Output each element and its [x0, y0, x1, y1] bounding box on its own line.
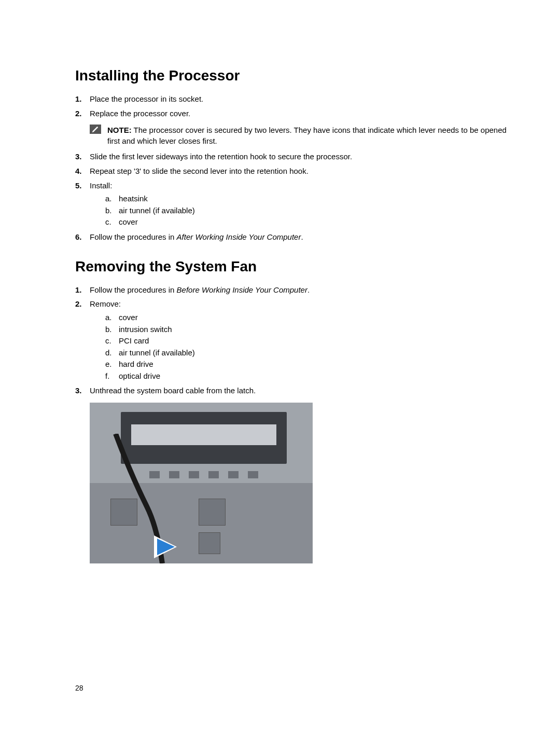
step-text: Slide the first lever sideways into the … [90, 151, 511, 162]
sub-item: d.air tunnel (if available) [105, 347, 511, 359]
sub-text: optical drive [119, 370, 160, 382]
step-content: Install: a.heatsink b.air tunnel (if ava… [90, 180, 511, 228]
page-number: 28 [75, 684, 83, 692]
step-text: Install: [90, 181, 112, 190]
step-number: 1. [75, 284, 90, 296]
note-text: NOTE: The processor cover is secured by … [107, 125, 511, 147]
sub-item: c.PCI card [105, 335, 511, 347]
step-item: 2. Replace the processor cover. NOTE: Th… [75, 108, 511, 148]
note-icon [90, 125, 101, 134]
figure-system-board-cable [90, 403, 313, 563]
remove-subitems: a.cover b.intrusion switch c.PCI card d.… [105, 312, 511, 382]
sub-item: b.air tunnel (if available) [105, 205, 511, 217]
step-number: 4. [75, 166, 90, 177]
install-subitems: a.heatsink b.air tunnel (if available) c… [105, 193, 511, 228]
step-number: 3. [75, 151, 90, 162]
sub-item: a.heatsink [105, 193, 511, 205]
note-body: The processor cover is secured by two le… [107, 126, 507, 146]
document-page: Installing the Processor 1. Place the pr… [0, 0, 560, 563]
sub-text: air tunnel (if available) [119, 205, 195, 217]
step-prefix: Follow the procedures in [90, 285, 177, 294]
sub-text: hard drive [119, 359, 153, 370]
step-text: Follow the procedures in Before Working … [90, 284, 511, 296]
step-number: 5. [75, 180, 90, 228]
step-number: 2. [75, 298, 90, 382]
step-italic: After Working Inside Your Computer [177, 232, 301, 241]
step-prefix: Follow the procedures in [90, 232, 177, 241]
step-italic: Before Working Inside Your Computer [177, 285, 307, 294]
installing-processor-steps: 1. Place the processor in its socket. 2.… [75, 93, 511, 243]
sub-item: e.hard drive [105, 359, 511, 370]
step-text: Follow the procedures in After Working I… [90, 231, 511, 243]
step-text: Replace the processor cover. [90, 109, 190, 118]
section-heading-installing-processor: Installing the Processor [75, 67, 511, 84]
step-number: 2. [75, 108, 90, 148]
step-text: Remove: [90, 299, 121, 308]
sub-item: a.cover [105, 312, 511, 324]
step-item: 1. Place the processor in its socket. [75, 93, 511, 105]
sub-letter: f. [105, 370, 119, 382]
sub-item: f.optical drive [105, 370, 511, 382]
step-content: Replace the processor cover. NOTE: The p… [90, 108, 511, 148]
sub-letter: e. [105, 359, 119, 370]
sub-item: b.intrusion switch [105, 324, 511, 336]
step-number: 1. [75, 93, 90, 105]
section-heading-removing-system-fan: Removing the System Fan [75, 258, 511, 275]
removing-system-fan-steps: 1. Follow the procedures in Before Worki… [75, 284, 511, 396]
sub-text: air tunnel (if available) [119, 347, 195, 359]
step-item: 2. Remove: a.cover b.intrusion switch c.… [75, 298, 511, 382]
step-text: Place the processor in its socket. [90, 93, 511, 105]
step-item: 3. Slide the first lever sideways into t… [75, 151, 511, 162]
step-item: 1. Follow the procedures in Before Worki… [75, 284, 511, 296]
note-block: NOTE: The processor cover is secured by … [90, 125, 511, 147]
step-number: 3. [75, 385, 90, 396]
sub-text: heatsink [119, 193, 148, 205]
sub-letter: b. [105, 324, 119, 336]
sub-text: intrusion switch [119, 324, 172, 336]
step-item: 3. Unthread the system board cable from … [75, 385, 511, 396]
sub-letter: a. [105, 312, 119, 324]
note-label: NOTE: [107, 126, 132, 134]
step-number: 6. [75, 231, 90, 243]
step-item: 4. Repeat step '3' to slide the second l… [75, 166, 511, 177]
step-content: Remove: a.cover b.intrusion switch c.PCI… [90, 298, 511, 382]
sub-letter: c. [105, 335, 119, 347]
step-item: 6. Follow the procedures in After Workin… [75, 231, 511, 243]
step-text: Repeat step '3' to slide the second leve… [90, 166, 511, 177]
step-text: Unthread the system board cable from the… [90, 385, 511, 396]
sub-letter: b. [105, 205, 119, 217]
sub-letter: a. [105, 193, 119, 205]
step-suffix: . [307, 285, 310, 294]
sub-text: cover [119, 312, 138, 324]
step-item: 5. Install: a.heatsink b.air tunnel (if … [75, 180, 511, 228]
sub-text: PCI card [119, 335, 149, 347]
sub-text: cover [119, 216, 138, 228]
sub-item: c.cover [105, 216, 511, 228]
step-suffix: . [301, 232, 303, 241]
sub-letter: d. [105, 347, 119, 359]
sub-letter: c. [105, 216, 119, 228]
